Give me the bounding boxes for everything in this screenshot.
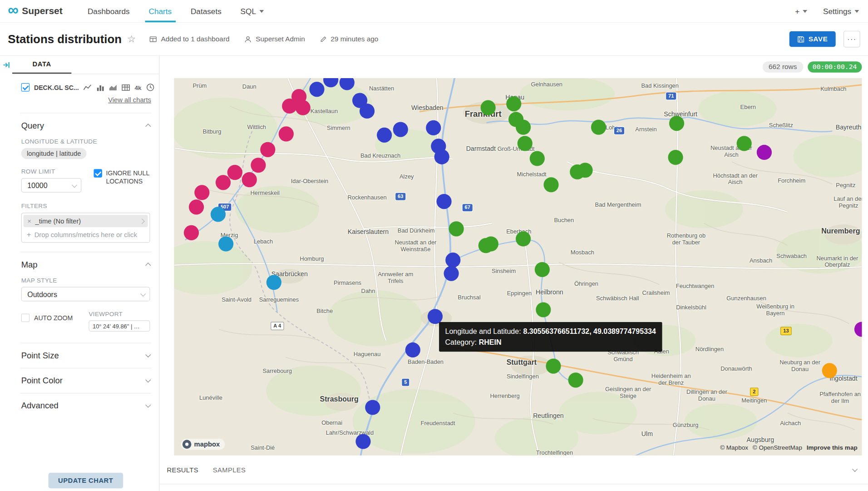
map-section-title: Map — [21, 259, 38, 269]
map-point-mosel_pink[interactable] — [194, 185, 209, 200]
map-point-mosel_pink[interactable] — [279, 126, 294, 141]
map-point-neckar_green[interactable] — [669, 116, 684, 131]
map-point-rhein_blue[interactable] — [426, 120, 441, 135]
map-point-neckar_green[interactable] — [483, 236, 498, 251]
map-city-label: Herrenberg — [490, 392, 519, 399]
table-icon[interactable] — [122, 83, 130, 91]
map-section-header[interactable]: Map — [12, 252, 159, 272]
lonlat-pill[interactable]: longitude | latitude — [21, 148, 87, 159]
map-point-neckar_green[interactable] — [530, 151, 545, 166]
mapbox-logo[interactable]: mapbox — [181, 439, 225, 450]
drop-columns-target[interactable]: + Drop columns/metrics here or click — [24, 227, 148, 240]
map-point-neckar_green[interactable] — [516, 231, 531, 246]
update-chart-button[interactable]: UPDATE CHART — [48, 473, 123, 488]
map-point-rhein_blue[interactable] — [377, 128, 392, 143]
map-point-mosel_pink[interactable] — [282, 99, 297, 114]
query-section-header[interactable]: Query — [12, 113, 159, 133]
map-point-mosel_pink[interactable] — [242, 172, 257, 187]
row-limit-value: 10000 — [27, 181, 47, 189]
map-point-donau_orange[interactable] — [822, 363, 837, 378]
osm-attribution-link[interactable]: © OpenStreetMap — [753, 444, 802, 451]
map-city-label: Prüm — [192, 82, 207, 89]
line-chart-icon[interactable] — [83, 83, 91, 91]
map-point-mosel_pink[interactable] — [184, 225, 199, 240]
map-canvas[interactable]: mapbox © Mapbox © OpenStreetMap Improve … — [174, 78, 862, 456]
map-point-mosel_pink[interactable] — [296, 100, 311, 115]
nav-sql[interactable]: SQL — [231, 0, 273, 22]
new-item-button[interactable]: + — [795, 7, 807, 16]
map-point-rhein_blue[interactable] — [355, 434, 370, 449]
big-number-icon[interactable]: 4k — [135, 84, 142, 91]
map-point-rhein_blue[interactable] — [393, 122, 408, 137]
map-point-neckar_green[interactable] — [591, 120, 606, 135]
dashboard-count-badge[interactable]: Added to 1 dashboard — [149, 35, 230, 43]
collapse-results-icon[interactable] — [852, 466, 858, 472]
mapbox-attribution-link[interactable]: © Mapbox — [720, 444, 748, 451]
expand-panel-icon[interactable] — [3, 61, 10, 69]
owner-badge[interactable]: Superset Admin — [244, 35, 305, 43]
bar-chart-icon[interactable] — [96, 83, 104, 91]
map-point-neckar_green[interactable] — [516, 120, 531, 135]
row-limit-select[interactable]: 10000 — [21, 178, 82, 193]
map-point-neckar_green[interactable] — [570, 164, 585, 179]
time-chart-icon[interactable] — [146, 83, 154, 91]
map-point-mosel_pink[interactable] — [251, 158, 266, 173]
view-all-charts-link[interactable]: View all charts — [12, 92, 159, 104]
map-style-select[interactable]: Outdoors — [21, 287, 150, 302]
nav-charts[interactable]: Charts — [139, 0, 181, 22]
map-point-neckar_green[interactable] — [568, 372, 583, 387]
save-button[interactable]: SAVE — [789, 31, 836, 47]
map-point-rhein_blue[interactable] — [405, 342, 420, 357]
viewport-value[interactable]: 10° 24' 49.86" | … — [89, 320, 150, 332]
map-point-neckar_green[interactable] — [668, 150, 683, 165]
map-point-purple[interactable] — [757, 145, 772, 160]
map-point-rhein_blue[interactable] — [309, 82, 324, 97]
road-shield: A 4 — [271, 322, 284, 330]
filter-chip[interactable]: × _time (No filter) — [24, 215, 148, 227]
point-color-section-header[interactable]: Point Color — [12, 368, 159, 388]
map-point-mosel_pink[interactable] — [216, 175, 231, 190]
map-point-rhein_blue[interactable] — [434, 149, 449, 164]
tab-samples[interactable]: SAMPLES — [213, 466, 246, 473]
map-point-mosel_pink[interactable] — [227, 165, 242, 180]
map-point-saar_teal[interactable] — [266, 275, 281, 290]
map-point-rhein_blue[interactable] — [365, 400, 380, 415]
map-city-label: Crailsheim — [642, 289, 670, 296]
nav-dashboards[interactable]: Dashboards — [78, 0, 139, 22]
settings-menu[interactable]: Settings — [823, 7, 859, 16]
remove-filter-icon[interactable]: × — [27, 217, 31, 225]
advanced-section-header[interactable]: Advanced — [12, 393, 159, 413]
tab-data[interactable]: DATA — [12, 56, 71, 74]
map-point-neckar_green[interactable] — [518, 136, 533, 151]
ignore-null-checkbox[interactable] — [94, 169, 102, 177]
map-point-neckar_green[interactable] — [535, 262, 550, 277]
map-point-saar_teal[interactable] — [218, 236, 233, 251]
map-point-neckar_green[interactable] — [737, 136, 752, 151]
more-actions-button[interactable]: ··· — [843, 31, 860, 48]
map-point-neckar_green[interactable] — [543, 177, 558, 192]
map-point-neckar_green[interactable] — [536, 302, 551, 317]
auto-zoom-checkbox[interactable] — [21, 314, 30, 322]
favorite-star-icon[interactable]: ☆ — [127, 33, 136, 45]
tab-results[interactable]: RESULTS — [167, 466, 198, 473]
map-point-rhein_blue[interactable] — [437, 194, 452, 209]
viz-type-label[interactable]: DECK.GL SC... — [34, 84, 79, 91]
last-modified-badge[interactable]: 29 minutes ago — [320, 35, 379, 43]
map-point-neckar_green[interactable] — [481, 100, 496, 115]
map-point-neckar_green[interactable] — [506, 96, 521, 111]
map-point-mosel_pink[interactable] — [189, 199, 204, 214]
map-point-neckar_green[interactable] — [449, 221, 464, 236]
map-point-saar_teal[interactable] — [211, 207, 226, 222]
nav-datasets[interactable]: Datasets — [181, 0, 231, 22]
map-point-neckar_green[interactable] — [546, 359, 561, 374]
improve-map-link[interactable]: Improve this map — [807, 444, 858, 451]
superset-logo[interactable]: ∞ Superset — [8, 0, 62, 22]
area-chart-icon[interactable] — [109, 83, 117, 91]
map-point-rhein_blue[interactable] — [360, 104, 375, 119]
map-point-rhein_blue[interactable] — [444, 266, 459, 281]
lonlat-label: LONGITUDE & LATITUDE — [21, 138, 150, 145]
map-point-mosel_pink[interactable] — [260, 142, 275, 157]
map-point-rhein_blue[interactable] — [445, 253, 460, 268]
point-size-section-header[interactable]: Point Size — [12, 343, 159, 363]
viz-type-checkbox[interactable] — [21, 83, 30, 91]
